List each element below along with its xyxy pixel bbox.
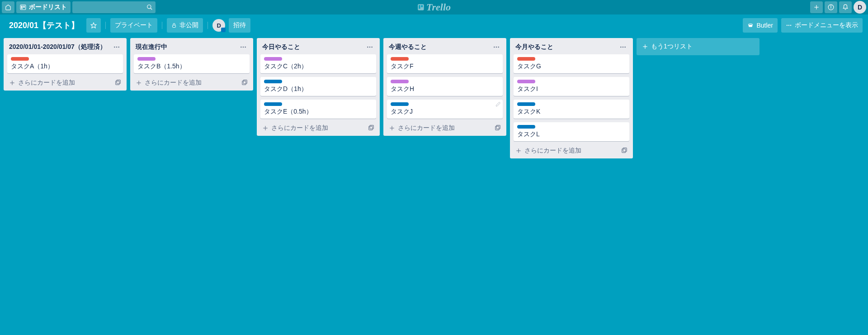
board-canvas[interactable]: 2020/01/01-2020/01/07（処理済）タスクA（1h）さらにカード… [0, 36, 868, 335]
card[interactable]: タスクG [514, 54, 629, 73]
card[interactable]: タスクI [514, 77, 629, 96]
star-button[interactable] [86, 18, 101, 33]
card-label[interactable] [264, 57, 282, 61]
plus-icon [9, 80, 15, 86]
card[interactable]: タスクF [387, 54, 503, 73]
svg-point-12 [830, 6, 831, 6]
template-icon [115, 80, 121, 86]
card-labels [391, 102, 499, 106]
card-label[interactable] [517, 80, 535, 83]
notifications-button[interactable] [839, 1, 852, 13]
card[interactable]: タスクJ [387, 100, 503, 119]
plus-icon [515, 148, 522, 154]
add-card-button[interactable]: さらにカードを追加 [515, 147, 581, 155]
show-menu-button[interactable]: ボードメニューを表示 [781, 18, 863, 33]
card-template-button[interactable] [115, 80, 121, 86]
card-title: タスクG [517, 62, 626, 71]
list-menu-button[interactable] [239, 43, 248, 52]
add-card-button[interactable]: さらにカードを追加 [389, 124, 455, 132]
create-button[interactable] [810, 1, 823, 13]
svg-rect-7 [421, 5, 423, 7]
info-icon [828, 4, 834, 10]
logo[interactable]: Trello [417, 1, 451, 13]
avatar[interactable]: D [854, 1, 866, 14]
butler-button[interactable]: Butler [743, 18, 778, 33]
card[interactable]: タスクC（2h） [260, 54, 376, 73]
list-header: 2020/01/01-2020/01/07（処理済） [7, 42, 123, 54]
card-labels [264, 102, 373, 106]
card-labels [517, 125, 626, 129]
card[interactable]: タスクK [514, 100, 629, 119]
invite-button[interactable]: 招待 [229, 18, 250, 33]
card-label[interactable] [517, 57, 535, 61]
card-template-button[interactable] [368, 125, 374, 131]
list-header: 今月やること [514, 42, 629, 54]
add-card-label: さらにカードを追加 [398, 124, 455, 132]
list-title[interactable]: 今週やること [389, 43, 427, 51]
card[interactable]: タスクD（1h） [260, 77, 376, 96]
star-icon [90, 22, 97, 29]
list-title[interactable]: 今月やること [515, 43, 553, 51]
card[interactable]: タスクE（0.5h） [260, 100, 376, 119]
info-button[interactable] [825, 1, 837, 13]
svg-point-3 [147, 5, 151, 9]
search-input[interactable] [72, 1, 156, 13]
board-member-avatar[interactable]: D [212, 19, 225, 32]
card[interactable]: タスクL [514, 122, 629, 141]
card-title: タスクF [391, 62, 499, 71]
card-title: タスクK [517, 108, 626, 116]
card[interactable]: タスクA（1h） [7, 54, 123, 73]
boards-button[interactable]: ボードリスト [16, 1, 71, 13]
topbar-left: ボードリスト [2, 1, 156, 13]
svg-rect-6 [419, 5, 420, 9]
private-button[interactable]: プライベート [110, 18, 157, 33]
card-label[interactable] [391, 80, 409, 83]
home-button[interactable] [2, 1, 14, 13]
card-labels [391, 57, 499, 61]
svg-point-33 [369, 47, 371, 48]
boardbar: 2020/01【テスト】 プライベート 非公開 D 招待 Butler ボードメ… [0, 14, 868, 36]
board-title[interactable]: 2020/01【テスト】 [5, 20, 83, 31]
visibility-button[interactable]: 非公開 [167, 18, 203, 33]
list-menu-button[interactable] [365, 43, 374, 52]
list-title[interactable]: 現在進行中 [136, 43, 167, 51]
svg-point-27 [245, 47, 246, 48]
topbar: ボードリスト Trello D [0, 0, 868, 14]
list-title[interactable]: 2020/01/01-2020/01/07（処理済） [9, 43, 106, 51]
private-label: プライベート [115, 21, 153, 29]
card-template-button[interactable] [241, 80, 248, 86]
add-card-button[interactable]: さらにカードを追加 [9, 79, 75, 87]
svg-point-39 [494, 47, 495, 48]
add-list-button[interactable]: もう1つリスト [637, 38, 760, 55]
card-label[interactable] [517, 102, 535, 106]
card-label[interactable] [137, 57, 156, 61]
card-label[interactable] [517, 125, 535, 129]
card-label[interactable] [11, 57, 29, 61]
add-list-label: もう1つリスト [651, 43, 693, 51]
list-footer: さらにカードを追加 [260, 122, 376, 132]
card-title: タスクC（2h） [264, 62, 373, 71]
plus-icon [813, 4, 820, 10]
list-menu-button[interactable] [618, 43, 627, 52]
card-label[interactable] [391, 57, 409, 61]
card-template-button[interactable] [621, 148, 627, 154]
card-label[interactable] [264, 80, 282, 83]
card[interactable]: タスクH [387, 77, 503, 96]
add-card-label: さらにカードを追加 [18, 79, 75, 87]
card-edit-button[interactable] [495, 101, 501, 107]
card-template-button[interactable] [495, 125, 501, 131]
list-title[interactable]: 今日やること [262, 43, 300, 51]
list-menu-button[interactable] [492, 43, 501, 52]
list-footer: さらにカードを追加 [134, 77, 250, 87]
add-card-button[interactable]: さらにカードを追加 [262, 124, 328, 132]
card[interactable]: タスクB（1.5h） [134, 54, 250, 73]
template-icon [241, 80, 248, 86]
card-label[interactable] [391, 102, 409, 106]
add-card-button[interactable]: さらにカードを追加 [136, 79, 202, 87]
ellipsis-icon [786, 22, 792, 29]
svg-rect-5 [418, 4, 424, 10]
card-label[interactable] [264, 102, 282, 106]
list-menu-button[interactable] [112, 43, 121, 52]
svg-rect-23 [116, 81, 119, 85]
svg-point-34 [371, 47, 373, 48]
